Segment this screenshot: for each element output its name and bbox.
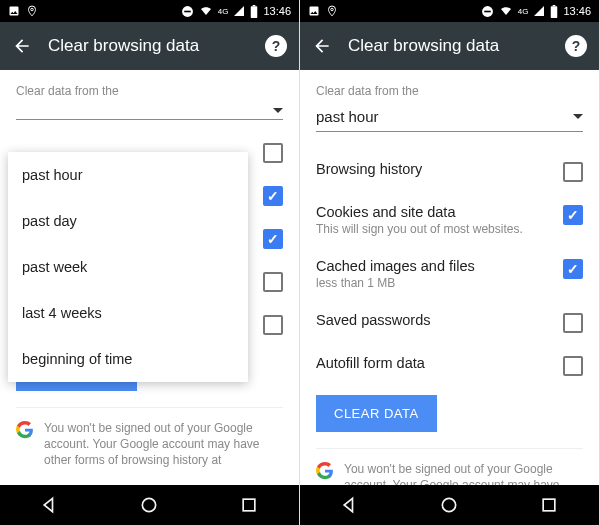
chevron-down-icon: [273, 108, 283, 113]
clear-data-button[interactable]: CLEAR DATA: [316, 395, 437, 432]
wifi-icon: [199, 5, 213, 17]
checkbox[interactable]: [563, 313, 583, 333]
svg-point-7: [331, 8, 334, 11]
dropdown-option[interactable]: past hour: [8, 152, 248, 198]
image-icon: [308, 5, 320, 17]
image-icon: [8, 5, 20, 17]
row-sublabel: This will sign you out of most websites.: [316, 222, 555, 236]
checkbox[interactable]: [263, 186, 283, 206]
signal-icon: [233, 5, 245, 17]
checkbox[interactable]: [263, 315, 283, 335]
svg-rect-13: [543, 499, 555, 511]
checkbox[interactable]: [563, 259, 583, 279]
footer-note: You won't be signed out of your Google a…: [16, 407, 283, 469]
dropdown-option[interactable]: beginning of time: [8, 336, 248, 382]
time-range-label: Clear data from the: [316, 84, 583, 98]
wifi-icon: [499, 5, 513, 17]
app-bar: Clear browsing data ?: [300, 22, 599, 70]
clock: 13:46: [263, 5, 291, 17]
svg-point-12: [443, 498, 456, 511]
network-label: 4G: [218, 7, 229, 16]
row-label: Cookies and site data: [316, 204, 555, 220]
nav-back-icon[interactable]: [340, 495, 360, 515]
checkbox[interactable]: [563, 205, 583, 225]
row-label: Autofill form data: [316, 355, 555, 371]
checkbox[interactable]: [563, 356, 583, 376]
checkbox[interactable]: [263, 229, 283, 249]
time-range-label: Clear data from the: [16, 84, 283, 98]
time-range-select[interactable]: [16, 104, 283, 120]
clock: 13:46: [563, 5, 591, 17]
google-logo-icon: [316, 462, 334, 480]
row-label: Cached images and files: [316, 258, 555, 274]
list-item-saved-passwords[interactable]: Saved passwords: [316, 301, 583, 344]
location-icon: [326, 5, 338, 17]
back-icon[interactable]: [12, 36, 32, 56]
footer-note: You won't be signed out of your Google a…: [316, 448, 583, 485]
chevron-down-icon: [573, 114, 583, 119]
list-item-cookies[interactable]: Cookies and site data This will sign you…: [316, 193, 583, 247]
battery-icon: [550, 5, 558, 18]
nav-back-icon[interactable]: [40, 495, 60, 515]
time-range-select[interactable]: past hour: [316, 104, 583, 132]
battery-icon: [250, 5, 258, 18]
svg-rect-10: [551, 6, 558, 18]
svg-rect-9: [484, 10, 491, 12]
svg-rect-11: [553, 5, 556, 6]
nav-bar: [300, 485, 599, 525]
row-label: Browsing history: [316, 161, 555, 177]
time-range-value: past hour: [316, 108, 379, 125]
checkbox[interactable]: [263, 272, 283, 292]
row-sublabel: less than 1 MB: [316, 276, 555, 290]
screen-left: 4G 13:46 Clear browsing data ? Clear dat…: [0, 0, 300, 525]
footer-text: You won't be signed out of your Google a…: [44, 420, 283, 469]
page-title: Clear browsing data: [348, 36, 549, 56]
dnd-icon: [481, 5, 494, 18]
svg-rect-3: [251, 6, 258, 18]
svg-rect-4: [253, 5, 256, 6]
svg-point-0: [31, 8, 34, 11]
screen-right: 4G 13:46 Clear browsing data ? Clear dat…: [300, 0, 600, 525]
list-item-browsing-history[interactable]: Browsing history: [316, 150, 583, 193]
nav-recent-icon[interactable]: [539, 495, 559, 515]
svg-point-5: [143, 498, 156, 511]
dropdown-option[interactable]: past day: [8, 198, 248, 244]
checkbox[interactable]: [263, 143, 283, 163]
nav-home-icon[interactable]: [439, 495, 459, 515]
nav-bar: [0, 485, 299, 525]
content-area: Clear data from the past hour Browsing h…: [300, 70, 599, 485]
footer-text: You won't be signed out of your Google a…: [344, 461, 583, 485]
help-icon[interactable]: ?: [565, 35, 587, 57]
page-title: Clear browsing data: [48, 36, 249, 56]
content-area: Clear data from the Saved passwords Auto…: [0, 70, 299, 485]
signal-icon: [533, 5, 545, 17]
back-icon[interactable]: [312, 36, 332, 56]
list-item-autofill[interactable]: Autofill form data: [316, 344, 583, 387]
google-logo-icon: [16, 421, 34, 439]
network-label: 4G: [518, 7, 529, 16]
status-bar: 4G 13:46: [300, 0, 599, 22]
svg-rect-2: [184, 10, 191, 12]
row-label: Saved passwords: [316, 312, 555, 328]
time-range-dropdown: past hour past day past week last 4 week…: [8, 152, 248, 382]
dnd-icon: [181, 5, 194, 18]
help-icon[interactable]: ?: [265, 35, 287, 57]
nav-home-icon[interactable]: [139, 495, 159, 515]
dropdown-option[interactable]: past week: [8, 244, 248, 290]
svg-rect-6: [243, 499, 255, 511]
nav-recent-icon[interactable]: [239, 495, 259, 515]
status-bar: 4G 13:46: [0, 0, 299, 22]
location-icon: [26, 5, 38, 17]
checkbox[interactable]: [563, 162, 583, 182]
app-bar: Clear browsing data ?: [0, 22, 299, 70]
list-item-cached[interactable]: Cached images and files less than 1 MB: [316, 247, 583, 301]
dropdown-option[interactable]: last 4 weeks: [8, 290, 248, 336]
